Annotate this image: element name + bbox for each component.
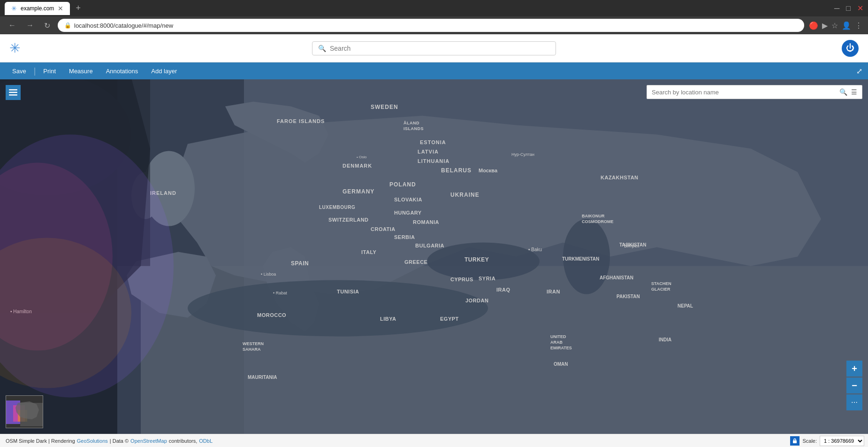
print-button[interactable]: Print (37, 65, 62, 77)
reload-button[interactable]: ↻ (41, 20, 53, 31)
window-close-button[interactable]: ✕ (857, 4, 863, 13)
svg-text:CROATIA: CROATIA (371, 226, 396, 232)
url-text: localhost:8000/catalogue/#/map/new (74, 22, 173, 29)
menu-icon[interactable]: ⋮ (855, 21, 862, 30)
new-tab-button[interactable]: + (76, 3, 81, 13)
svg-text:MAURITANIA: MAURITANIA (248, 375, 277, 380)
header-search-container: 🔍 (312, 41, 556, 55)
scale-select[interactable]: 1 : 36978669 (820, 436, 864, 446)
window-minimize-button[interactable]: ─ (834, 4, 839, 13)
svg-text:POLAND: POLAND (389, 181, 416, 188)
app-header: ✳ 🔍 ⏻ (0, 34, 868, 62)
tab-close-button[interactable]: ✕ (58, 5, 63, 12)
svg-text:KAZAKHSTAN: KAZAKHSTAN (601, 175, 639, 180)
header-search-input[interactable] (330, 45, 550, 52)
power-icon: ⏻ (846, 43, 854, 53)
scale-box: Scale: 1 : 36978669 (790, 436, 864, 446)
svg-text:ESTONIA: ESTONIA (420, 139, 446, 145)
mini-map-svg (6, 396, 43, 428)
svg-text:BAIKONUR: BAIKONUR (582, 214, 605, 218)
svg-text:FAROE ISLANDS: FAROE ISLANDS (277, 118, 325, 124)
svg-text:PAKISTAN: PAKISTAN (617, 294, 640, 299)
profile-icon[interactable]: 👤 (842, 21, 851, 30)
svg-text:Москва: Москва (479, 168, 498, 173)
zoom-in-button[interactable]: + (846, 361, 862, 377)
bookmark-star-icon[interactable]: ☆ (831, 21, 838, 30)
svg-text:SPAIN: SPAIN (291, 260, 309, 267)
svg-text:TURKMENISTAN: TURKMENISTAN (562, 256, 599, 262)
svg-text:• Baku: • Baku (528, 247, 542, 252)
power-button[interactable]: ⏻ (842, 40, 859, 57)
svg-text:COSMODROME: COSMODROME (582, 219, 614, 224)
svg-text:LUXEMBOURG: LUXEMBOURG (319, 205, 355, 210)
svg-text:SERBIA: SERBIA (394, 234, 415, 240)
svg-text:GERMANY: GERMANY (343, 188, 374, 195)
measure-button[interactable]: Measure (62, 65, 99, 77)
svg-text:NEPAL: NEPAL (678, 303, 693, 308)
browser-action-buttons: 🔴 ▶ ☆ 👤 ⋮ (809, 21, 862, 30)
bottom-bar: OSM Simple Dark | Rendering GeoSolutions… (0, 434, 868, 447)
scale-icon (790, 436, 799, 446)
svg-text:IRAQ: IRAQ (496, 287, 510, 293)
browser-tab[interactable]: ✳ example.com ✕ (5, 2, 70, 15)
svg-text:Нур-Султан: Нур-Султан (511, 152, 534, 157)
extension-icon-1[interactable]: 🔴 (809, 21, 818, 30)
svg-rect-79 (9, 89, 17, 91)
zoom-more-button[interactable]: ⋯ (846, 394, 862, 410)
lock-small-icon (792, 438, 798, 444)
browser-titlebar: ✳ example.com ✕ + ─ □ ✕ (0, 0, 868, 16)
data-text: | Data © (110, 438, 129, 444)
svg-text:GREECE: GREECE (404, 259, 427, 265)
svg-text:BULGARIA: BULGARIA (415, 243, 444, 248)
svg-text:• Lisboa: • Lisboa (261, 272, 276, 277)
geo-solutions-link[interactable]: GeoSolutions (77, 438, 108, 444)
svg-text:WESTERN: WESTERN (243, 341, 264, 346)
svg-rect-88 (793, 440, 797, 443)
svg-text:EMIRATES: EMIRATES (550, 346, 572, 350)
osm-link[interactable]: OpenStreetMap (130, 438, 167, 444)
svg-text:SLOVAKIA: SLOVAKIA (394, 197, 422, 202)
svg-text:LIBYA: LIBYA (380, 316, 396, 322)
svg-rect-81 (9, 94, 17, 96)
toolbar-divider-1: | (33, 66, 37, 76)
contributors-text: contributors, (169, 438, 198, 444)
toolbar: Save | Print Measure Annotations Add lay… (0, 62, 868, 79)
svg-text:SWEDEN: SWEDEN (371, 104, 398, 110)
zoom-controls: + − ⋯ (846, 361, 862, 410)
location-menu-icon[interactable]: ☰ (851, 88, 857, 96)
svg-text:SWITZERLAND: SWITZERLAND (328, 217, 369, 223)
add-layer-button[interactable]: Add layer (145, 65, 183, 77)
mini-map-thumbnail[interactable] (6, 395, 43, 428)
app-logo: ✳ (9, 40, 20, 56)
svg-text:TURKEY: TURKEY (464, 256, 489, 263)
location-search-icon[interactable]: 🔍 (839, 88, 847, 96)
svg-text:OMAN: OMAN (554, 362, 568, 367)
layer-toggle-button[interactable] (6, 85, 21, 100)
svg-text:• Oslo: • Oslo (357, 155, 367, 159)
svg-rect-80 (9, 92, 17, 93)
odbl-link[interactable]: ODbL (199, 438, 213, 444)
svg-text:TUNISIA: TUNISIA (337, 289, 359, 294)
map-container[interactable]: FAROE ISLANDS SWEDEN ÅLAND ISLANDS ESTON… (0, 79, 868, 434)
svg-text:UNITED: UNITED (550, 334, 566, 339)
expand-button[interactable]: ⤢ (856, 67, 862, 76)
back-button[interactable]: ← (6, 20, 19, 31)
svg-text:HUNGARY: HUNGARY (394, 210, 422, 216)
extension-icon-2[interactable]: ▶ (822, 21, 828, 30)
svg-text:LITHUANIA: LITHUANIA (418, 158, 449, 164)
svg-text:LATVIA: LATVIA (418, 149, 439, 154)
url-bar[interactable]: 🔒 localhost:8000/catalogue/#/map/new (58, 19, 804, 32)
svg-text:STACHEN: STACHEN (651, 281, 671, 286)
save-button[interactable]: Save (6, 65, 33, 77)
svg-text:ISLANDS: ISLANDS (404, 126, 424, 131)
window-restore-button[interactable]: □ (846, 4, 851, 13)
annotations-button[interactable]: Annotations (99, 65, 145, 77)
svg-text:MOROCCO: MOROCCO (257, 312, 286, 318)
zoom-out-button[interactable]: − (846, 378, 862, 393)
layers-icon (9, 89, 17, 96)
location-search-input[interactable] (652, 89, 836, 96)
browser-address-bar: ← → ↻ 🔒 localhost:8000/catalogue/#/map/n… (0, 16, 868, 34)
svg-text:EGYPT: EGYPT (440, 316, 459, 322)
svg-text:Витрек: Витрек (624, 243, 640, 248)
forward-button[interactable]: → (23, 20, 37, 31)
